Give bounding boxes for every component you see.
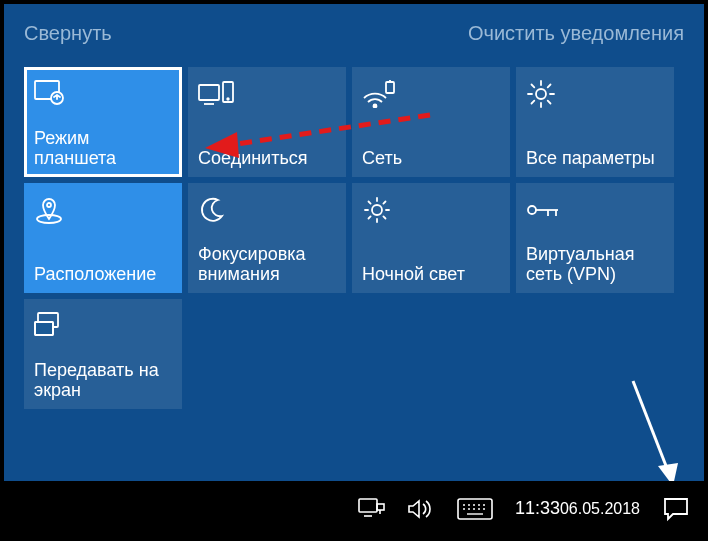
tile-focus-assist[interactable]: Фокусировка внимания — [188, 183, 346, 293]
tile-location[interactable]: Расположение — [24, 183, 182, 293]
svg-rect-2 — [199, 85, 219, 100]
svg-line-17 — [548, 85, 551, 88]
svg-line-15 — [548, 101, 551, 104]
action-center-header: Свернуть Очистить уведомления — [24, 22, 684, 45]
svg-point-6 — [374, 105, 377, 108]
network-icon — [362, 77, 500, 111]
svg-line-28 — [383, 202, 385, 204]
tile-night-light[interactable]: Ночной свет — [352, 183, 510, 293]
svg-point-9 — [536, 89, 546, 99]
action-center-tray-icon[interactable] — [662, 496, 690, 522]
location-icon — [34, 193, 172, 227]
svg-rect-42 — [377, 504, 384, 510]
tile-network[interactable]: Сеть — [352, 67, 510, 177]
svg-line-27 — [369, 216, 371, 218]
svg-point-20 — [372, 205, 382, 215]
keyboard-tray-icon[interactable] — [457, 498, 493, 520]
tile-label: Расположение — [34, 264, 172, 285]
svg-rect-40 — [359, 499, 377, 512]
quick-action-tiles: Режим планшета Соединиться — [24, 67, 684, 409]
svg-point-19 — [47, 203, 51, 207]
svg-line-16 — [532, 101, 535, 104]
tile-label: Соединиться — [198, 148, 336, 169]
collapse-button[interactable]: Свернуть — [24, 22, 112, 45]
tile-label: Виртуальная сеть (VPN) — [526, 244, 664, 285]
volume-tray-icon[interactable] — [407, 497, 435, 521]
tile-vpn[interactable]: Виртуальная сеть (VPN) — [516, 183, 674, 293]
tile-label: Ночной свет — [362, 264, 500, 285]
clock-date: 06.05.2018 — [560, 500, 640, 518]
clock-time: 11:33 — [515, 499, 560, 519]
tile-tablet-mode[interactable]: Режим планшета — [24, 67, 182, 177]
tile-label: Фокусировка внимания — [198, 244, 336, 285]
tile-label: Все параметры — [526, 148, 664, 169]
tile-label: Режим планшета — [34, 128, 172, 169]
svg-rect-7 — [386, 82, 394, 93]
svg-line-26 — [383, 216, 385, 218]
svg-line-25 — [369, 202, 371, 204]
svg-rect-34 — [35, 322, 53, 335]
action-center-panel: Свернуть Очистить уведомления Режим план… — [4, 4, 704, 481]
svg-point-29 — [528, 206, 536, 214]
moon-icon — [198, 193, 336, 227]
connect-icon — [198, 77, 336, 111]
vpn-icon — [526, 193, 664, 227]
tile-connect[interactable]: Соединиться — [188, 67, 346, 177]
tile-all-settings[interactable]: Все параметры — [516, 67, 674, 177]
taskbar: 11:33 06.05.2018 — [4, 481, 704, 537]
tile-label: Передавать на экран — [34, 360, 172, 401]
tile-label: Сеть — [362, 148, 500, 169]
settings-gear-icon — [526, 77, 664, 111]
svg-line-14 — [532, 85, 535, 88]
clear-notifications-button[interactable]: Очистить уведомления — [468, 22, 684, 45]
svg-point-5 — [227, 98, 229, 100]
tile-project[interactable]: Передавать на экран — [24, 299, 182, 409]
network-tray-icon[interactable] — [357, 497, 385, 521]
taskbar-clock[interactable]: 11:33 06.05.2018 — [515, 499, 640, 519]
project-icon — [34, 309, 172, 343]
sun-icon — [362, 193, 500, 227]
tablet-mode-icon — [34, 77, 172, 111]
